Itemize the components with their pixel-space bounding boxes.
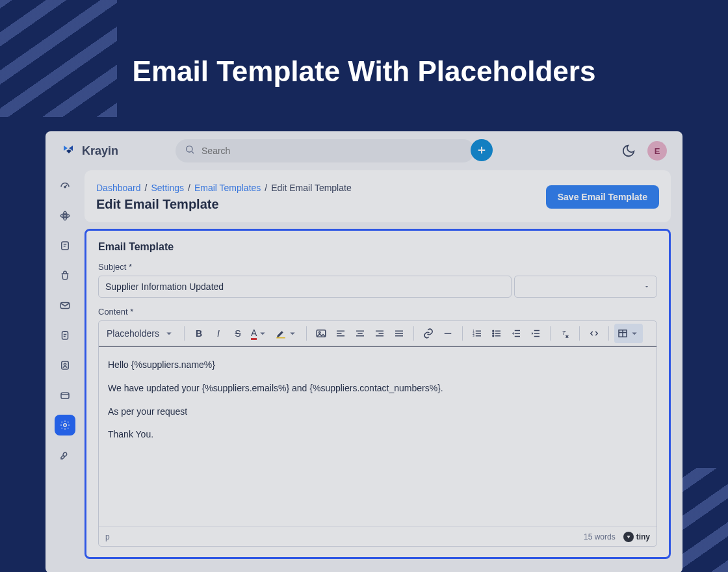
search-icon — [185, 144, 195, 157]
add-button[interactable] — [471, 139, 493, 161]
table-icon — [617, 328, 629, 339]
align-left-button[interactable] — [332, 324, 350, 343]
chevron-down-icon — [163, 328, 175, 339]
outdent-button[interactable] — [507, 324, 525, 343]
dark-mode-toggle[interactable] — [621, 144, 636, 158]
image-icon — [315, 328, 327, 339]
chevron-down-icon — [644, 283, 650, 290]
chevron-down-icon — [629, 328, 640, 339]
svg-point-38 — [493, 330, 494, 332]
sidebar-item-products[interactable] — [55, 265, 75, 286]
breadcrumb-dashboard[interactable]: Dashboard — [96, 183, 141, 193]
code-icon — [588, 328, 600, 339]
hero-title: Email Template With Placeholders — [0, 55, 728, 88]
search-input[interactable] — [202, 146, 465, 156]
subject-label: Subject * — [98, 262, 657, 272]
svg-point-6 — [64, 214, 66, 217]
svg-line-1 — [192, 151, 194, 153]
strike-button[interactable]: S — [229, 324, 247, 343]
global-search[interactable] — [176, 139, 474, 162]
panel-title: Email Template — [98, 241, 657, 253]
content-label: Content * — [98, 307, 657, 317]
insert-image-button[interactable] — [312, 324, 330, 343]
email-template-panel: Email Template Subject * Content * Place… — [84, 229, 671, 559]
content-line: Hello {%suppliers.name%} — [108, 358, 647, 373]
sidebar-item-quotes[interactable] — [55, 235, 75, 256]
sidebar-item-leads[interactable] — [55, 205, 75, 226]
tiny-logo-icon — [623, 532, 634, 542]
breadcrumb-settings[interactable]: Settings — [151, 183, 184, 193]
italic-button[interactable]: I — [209, 324, 228, 343]
svg-text:T: T — [562, 329, 567, 336]
breadcrumb-email-templates[interactable]: Email Templates — [194, 183, 261, 193]
table-button[interactable] — [614, 324, 643, 343]
svg-point-42 — [493, 335, 494, 337]
link-button[interactable] — [419, 324, 437, 343]
clear-format-button[interactable]: T — [556, 324, 574, 343]
indent-icon — [530, 328, 541, 339]
align-justify-icon — [393, 328, 405, 339]
content-line: Thank You. — [108, 427, 647, 443]
indent-button[interactable] — [526, 324, 545, 343]
bold-button[interactable]: B — [190, 324, 208, 343]
brand-name: Krayin — [82, 144, 118, 158]
sidebar-item-config[interactable] — [55, 445, 75, 465]
content-line: We have updated your {%suppliers.emails%… — [108, 381, 647, 396]
align-justify-button[interactable] — [390, 324, 408, 343]
svg-point-0 — [187, 146, 192, 152]
svg-point-15 — [64, 424, 67, 427]
minus-icon — [442, 328, 454, 339]
sidebar — [46, 170, 84, 572]
source-code-button[interactable] — [585, 324, 603, 343]
page-header-card: Dashboard/ Settings/ Email Templates/ Ed… — [84, 170, 671, 222]
avatar-initial: E — [655, 146, 660, 156]
brand-logo[interactable]: Krayin — [61, 142, 118, 161]
sidebar-item-catalog[interactable] — [55, 385, 75, 406]
svg-line-5 — [65, 185, 67, 187]
sidebar-item-mail[interactable] — [55, 295, 75, 316]
link-icon — [422, 328, 434, 339]
align-right-icon — [374, 328, 385, 339]
align-center-icon — [354, 328, 366, 339]
topbar: Krayin E — [46, 131, 682, 170]
editor-content[interactable]: Hello {%suppliers.name%} We have updated… — [99, 347, 656, 526]
placeholders-dropdown[interactable]: Placeholders — [103, 324, 179, 343]
page-title: Edit Email Template — [96, 197, 352, 212]
chevron-down-icon — [257, 328, 268, 339]
app-window: Krayin E — [46, 131, 682, 572]
text-color-button[interactable]: A — [248, 324, 271, 343]
content-line: As per your request — [108, 404, 647, 420]
editor-path[interactable]: p — [105, 532, 110, 541]
svg-point-13 — [64, 363, 66, 365]
word-count: 15 words — [584, 532, 616, 541]
svg-text:3: 3 — [473, 334, 475, 337]
sidebar-item-activities[interactable] — [55, 325, 75, 346]
sidebar-item-dashboard[interactable] — [55, 176, 75, 196]
svg-rect-14 — [61, 393, 69, 398]
rich-text-editor: Placeholders B I S A — [98, 320, 657, 547]
main-area: Dashboard/ Settings/ Email Templates/ Ed… — [84, 170, 682, 572]
svg-rect-16 — [277, 337, 286, 339]
align-center-button[interactable] — [351, 324, 369, 343]
align-right-button[interactable] — [370, 324, 389, 343]
brand-logo-icon — [61, 142, 77, 161]
save-email-template-button[interactable]: Save Email Template — [546, 185, 659, 209]
hr-button[interactable] — [439, 324, 457, 343]
ordered-list-button[interactable]: 123 — [468, 324, 486, 343]
user-avatar[interactable]: E — [647, 141, 667, 161]
subject-input[interactable] — [98, 276, 512, 298]
editor-toolbar: Placeholders B I S A — [99, 321, 656, 347]
breadcrumbs: Dashboard/ Settings/ Email Templates/ Ed… — [96, 183, 352, 193]
highlight-button[interactable] — [272, 324, 301, 343]
sidebar-item-settings[interactable] — [55, 415, 75, 436]
svg-rect-11 — [62, 332, 68, 339]
unordered-list-button[interactable] — [488, 324, 506, 343]
chevron-down-icon — [287, 328, 298, 339]
tiny-brand-badge[interactable]: tiny — [623, 532, 650, 542]
list-ul-icon — [491, 328, 502, 339]
svg-point-18 — [319, 332, 320, 333]
subject-variable-select[interactable] — [514, 276, 657, 298]
list-ol-icon: 123 — [471, 328, 483, 339]
sidebar-item-contacts[interactable] — [55, 355, 75, 376]
marker-icon — [275, 328, 287, 339]
